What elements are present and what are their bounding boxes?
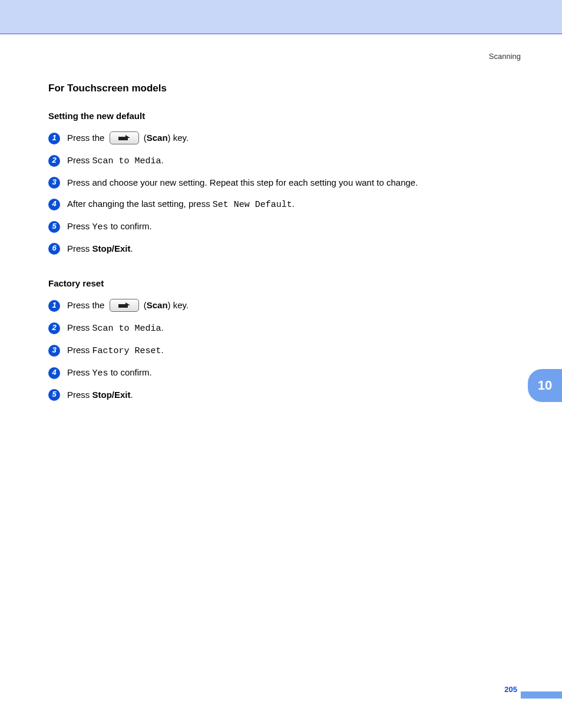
step-text-mono: Set New Default — [213, 200, 292, 210]
step-item: 2 Press Scan to Media. — [48, 321, 520, 335]
step-text: Press the (Scan) key. — [67, 299, 189, 312]
step-text-fragment: Press — [67, 345, 92, 355]
step-item: 2 Press Scan to Media. — [48, 154, 520, 167]
step-number-badge: 3 — [48, 177, 60, 189]
step-text-fragment: ) key. — [168, 300, 189, 310]
scan-key-icon — [110, 131, 139, 144]
step-text-bold: Scan — [147, 133, 168, 143]
step-text: Press Stop/Exit. — [67, 242, 133, 255]
step-text-mono: Yes — [92, 368, 108, 378]
scan-key-icon — [110, 299, 139, 312]
step-text-fragment: Press — [67, 322, 92, 332]
step-text-fragment: . — [161, 155, 164, 165]
step-text-fragment: to confirm. — [108, 221, 152, 231]
step-text-fragment: Press the — [67, 300, 107, 310]
step-number-badge: 1 — [48, 300, 60, 312]
step-text-mono: Scan to Media — [92, 156, 161, 166]
section-heading: For Touchscreen models — [48, 83, 520, 94]
step-text-fragment: Press — [67, 390, 92, 400]
step-number-badge: 4 — [48, 199, 60, 210]
step-text-fragment: . — [292, 199, 295, 209]
page-number-bar — [521, 691, 562, 699]
step-item: 3 Press and choose your new setting. Rep… — [48, 176, 520, 189]
step-text-fragment: ) key. — [168, 133, 189, 143]
step-text-bold: Scan — [147, 300, 168, 310]
step-text: Press Scan to Media. — [67, 321, 164, 335]
step-text: Press Factory Reset. — [67, 344, 164, 357]
step-text-fragment: Press — [67, 221, 92, 231]
step-number-badge: 1 — [48, 133, 60, 144]
step-item: 1 Press the (Scan) key. — [48, 131, 520, 145]
step-text-fragment: . — [161, 345, 164, 355]
step-item: 6 Press Stop/Exit. — [48, 242, 520, 255]
step-text-fragment: . — [131, 390, 133, 400]
step-text-fragment: . — [161, 322, 164, 332]
subsection-heading: Factory reset — [48, 278, 520, 288]
step-text-fragment: Press the — [67, 133, 107, 143]
main-content: For Touchscreen models Setting the new d… — [48, 83, 520, 410]
subsection-heading: Setting the new default — [48, 111, 520, 121]
step-text-fragment: . — [131, 243, 133, 253]
step-item: 5 Press Stop/Exit. — [48, 388, 520, 401]
step-text: Press and choose your new setting. Repea… — [67, 176, 418, 189]
step-item: 3 Press Factory Reset. — [48, 344, 520, 357]
step-text: Press Yes to confirm. — [67, 220, 152, 233]
step-text-bold: Stop/Exit — [92, 390, 131, 400]
chapter-tab: 10 — [528, 369, 562, 402]
step-text-fragment: ( — [141, 300, 147, 310]
step-text-fragment: to confirm. — [108, 367, 152, 377]
chapter-label: Scanning — [489, 52, 521, 61]
step-number-badge: 3 — [48, 345, 60, 357]
header-band — [0, 0, 562, 34]
step-item: 4 Press Yes to confirm. — [48, 366, 520, 380]
step-text: After changing the last setting, press S… — [67, 197, 295, 211]
page-number: 205 — [504, 685, 517, 694]
step-number-badge: 6 — [48, 243, 60, 255]
step-item: 5 Press Yes to confirm. — [48, 220, 520, 233]
step-text-mono: Yes — [92, 222, 108, 232]
step-text-bold: Stop/Exit — [92, 243, 131, 253]
step-text: Press Yes to confirm. — [67, 366, 152, 380]
step-text: Press Scan to Media. — [67, 154, 164, 167]
step-text-fragment: ( — [141, 133, 147, 143]
step-text-fragment: After changing the last setting, press — [67, 199, 213, 209]
step-number-badge: 2 — [48, 322, 60, 334]
step-text: Press the (Scan) key. — [67, 131, 189, 145]
step-text-fragment: Press — [67, 367, 92, 377]
step-item: 4 After changing the last setting, press… — [48, 197, 520, 211]
step-text-mono: Factory Reset — [92, 346, 161, 356]
step-text-fragment: Press — [67, 155, 92, 165]
step-text-mono: Scan to Media — [92, 324, 161, 334]
step-number-badge: 5 — [48, 221, 60, 233]
step-number-badge: 4 — [48, 367, 60, 379]
step-item: 1 Press the (Scan) key. — [48, 299, 520, 312]
step-text-fragment: Press — [67, 243, 92, 253]
step-number-badge: 5 — [48, 389, 60, 401]
step-text: Press Stop/Exit. — [67, 388, 133, 401]
step-number-badge: 2 — [48, 155, 60, 167]
